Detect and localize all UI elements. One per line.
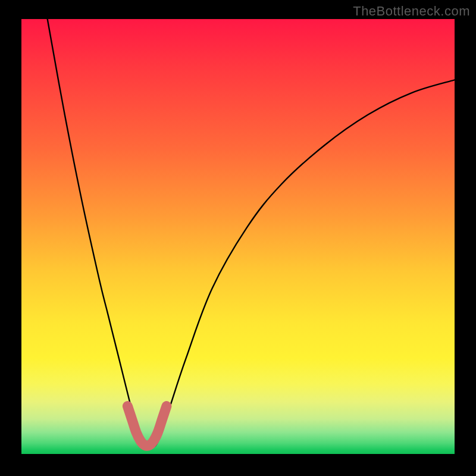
watermark-text: TheBottleneck.com	[353, 4, 470, 19]
chart-frame: TheBottleneck.com	[0, 0, 476, 476]
bottleneck-curve-path	[48, 19, 455, 448]
highlight-band-path	[127, 406, 167, 446]
plot-area	[21, 19, 455, 454]
curve-svg	[21, 19, 455, 454]
